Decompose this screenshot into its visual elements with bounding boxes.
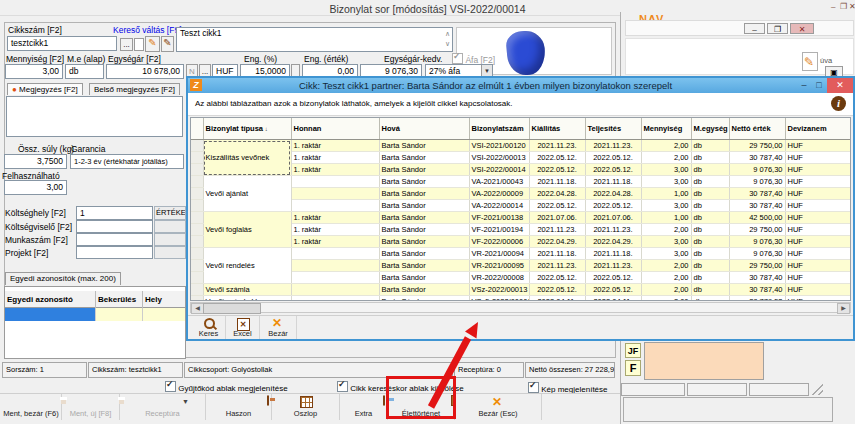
cell-teljesites[interactable]: 2021.11.23. xyxy=(585,260,641,272)
cell-hova[interactable]: Barta Sándor xyxy=(379,140,469,152)
column-header-6[interactable]: Teljesítés xyxy=(585,118,641,140)
cell-netto[interactable]: 29 750,00 xyxy=(729,140,785,152)
cell-hova[interactable]: Barta Sándor xyxy=(379,212,469,224)
cell-deviza[interactable]: HUF xyxy=(785,260,850,272)
cell-szam[interactable]: VA-2021/00043 xyxy=(469,176,529,188)
cell-deviza[interactable]: HUF xyxy=(785,188,850,200)
cell-kiallitas[interactable]: 2021.07.06. xyxy=(529,212,585,224)
cell-deviza[interactable]: HUF xyxy=(785,140,850,152)
cell-mennyiseg[interactable]: 1,00 xyxy=(641,188,691,200)
cell-mennyiseg[interactable]: 3,00 xyxy=(641,236,691,248)
row-selector[interactable] xyxy=(191,260,203,272)
cell-me[interactable]: db xyxy=(691,188,729,200)
cell-me[interactable]: db xyxy=(691,260,729,272)
cell-honnan[interactable]: 1. raktár xyxy=(291,140,379,152)
cell-deviza[interactable]: HUF xyxy=(785,224,850,236)
cell-deviza[interactable]: HUF xyxy=(785,284,850,296)
cell-kiallitas[interactable]: 2021.11.18. xyxy=(529,176,585,188)
ossz-suly-input[interactable]: 3,7500 xyxy=(4,154,67,169)
cell-honnan[interactable]: 1. raktár xyxy=(291,236,379,248)
scroll-right-icon[interactable]: ▶ xyxy=(837,303,850,314)
cell-kiallitas[interactable]: 2022.05.12. xyxy=(529,284,585,296)
ment-uj-button[interactable]: Ment, új [F8] xyxy=(62,394,120,420)
dialog-titlebar[interactable]: Z Cikk: Teszt cikk1 partner: Barta Sándo… xyxy=(188,78,853,93)
column-header-4[interactable]: Bizonylatszám xyxy=(469,118,529,140)
bg-close-icon[interactable]: ✕ xyxy=(790,23,814,34)
garancia-input[interactable]: 1-2-3 év (értékhatár jótállás) xyxy=(70,154,184,169)
bezar-esc-button[interactable]: ✕ Bezár (Esc) xyxy=(455,394,542,420)
row-selector[interactable] xyxy=(191,212,203,224)
cell-teljesites[interactable]: 2021.11.23. xyxy=(585,224,641,236)
dialog-maximize-icon[interactable]: □ xyxy=(812,78,826,93)
cell-deviza[interactable]: HUF xyxy=(785,296,850,302)
extra-button[interactable]: Extra xyxy=(340,394,388,420)
megjegyzes-textarea[interactable] xyxy=(6,96,183,137)
afa-checkbox-box[interactable] xyxy=(452,53,463,64)
scrollbar-thumb[interactable] xyxy=(203,303,261,314)
ment-bezar-button[interactable]: Ment, bezár (F6) xyxy=(1,394,62,420)
column-header-1[interactable]: Bizonylat típusa ↓ xyxy=(203,118,291,140)
cell-netto[interactable]: 30 787,40 xyxy=(729,272,785,284)
row-selector[interactable] xyxy=(191,248,203,260)
table-row[interactable]: Vevői ajánlatBarta SándorVA-2021/0004320… xyxy=(191,176,850,188)
egyedi-col-bekerules[interactable]: Bekerülés xyxy=(98,295,136,304)
cell-kiallitas[interactable]: 2021.11.18. xyxy=(529,248,585,260)
cell-honnan[interactable] xyxy=(291,188,379,200)
cell-mennyiseg[interactable]: 3,00 xyxy=(641,176,691,188)
gyujtokod-checkbox-box[interactable] xyxy=(165,381,176,392)
row-selector[interactable] xyxy=(191,224,203,236)
cell-netto[interactable]: 29 750,00 xyxy=(729,224,785,236)
cell-mennyiseg[interactable]: 2,00 xyxy=(641,140,691,152)
cell-netto[interactable]: 29 750,00 xyxy=(729,260,785,272)
cell-netto[interactable]: 9 076,30 xyxy=(729,164,785,176)
cell-honnan[interactable] xyxy=(291,260,379,272)
cell-me[interactable]: db xyxy=(691,224,729,236)
cell-hova[interactable]: Barta Sándor xyxy=(379,296,469,302)
cell-szam[interactable]: VSI-2021/00120 xyxy=(469,140,529,152)
cell-honnan[interactable] xyxy=(291,176,379,188)
cell-deviza[interactable]: HUF xyxy=(785,236,850,248)
resize-grip[interactable] xyxy=(811,384,823,395)
cell-mennyiseg[interactable]: 3,00 xyxy=(641,248,691,260)
cell-mennyiseg[interactable]: 2,00 xyxy=(641,224,691,236)
horizontal-scrollbar[interactable]: ◀ ▶ xyxy=(190,302,851,313)
cell-honnan[interactable] xyxy=(291,248,379,260)
cell-honnan[interactable]: 1. raktár xyxy=(291,152,379,164)
cell-kiallitas[interactable]: 2022.05.12. xyxy=(529,152,585,164)
cell-me[interactable]: db xyxy=(691,296,729,302)
cell-teljesites[interactable]: 2021.11.18. xyxy=(585,248,641,260)
cell-mennyiseg[interactable]: 2,00 xyxy=(641,296,691,302)
cell-mennyiseg[interactable]: 3,00 xyxy=(641,164,691,176)
group-cell[interactable]: Kiszállítás vevőnek xyxy=(203,140,291,176)
cell-me[interactable]: db xyxy=(691,236,729,248)
cell-netto[interactable]: 9 076,30 xyxy=(729,236,785,248)
table-row[interactable]: Vevői számlaBarta SándorVSz-2022/0001320… xyxy=(191,284,850,296)
column-header-0[interactable] xyxy=(191,118,203,140)
kep-checkbox-box[interactable] xyxy=(528,382,539,393)
pencil-icon[interactable]: ✎ xyxy=(161,36,174,52)
haszon-button[interactable]: Haszon xyxy=(206,394,272,420)
cell-kiallitas[interactable]: 2022.04.11. xyxy=(529,296,585,302)
cell-hova[interactable]: Barta Sándor xyxy=(379,164,469,176)
cell-netto[interactable]: 30 787,40 xyxy=(729,152,785,164)
receptura-dropdown-icon[interactable]: ▼ xyxy=(182,398,189,405)
koltsegviselo-input[interactable] xyxy=(76,220,153,233)
oszlop-button[interactable]: Oszlop xyxy=(272,394,340,420)
cell-mennyiseg[interactable]: 2,00 xyxy=(641,152,691,164)
cell-hova[interactable]: Barta Sándor xyxy=(379,236,469,248)
cell-szam[interactable]: VR-2021/00095 xyxy=(469,260,529,272)
table-row[interactable]: Kiszállítás vevőnek1. raktárBarta Sándor… xyxy=(191,140,850,152)
cell-teljesites[interactable]: 2021.11.23. xyxy=(585,140,641,152)
cell-kiallitas[interactable]: 2022.05.12. xyxy=(529,164,585,176)
cikknev-textarea[interactable]: Teszt cikk1 ∧ ∨ xyxy=(176,27,453,52)
cell-me[interactable]: db xyxy=(691,176,729,188)
cikkszam-input[interactable]: tesztcikk1 xyxy=(7,36,117,51)
cell-teljesites[interactable]: 2022.04.29. xyxy=(585,236,641,248)
cell-hova[interactable]: Barta Sándor xyxy=(379,248,469,260)
row-selector[interactable] xyxy=(191,284,203,296)
cell-netto[interactable]: 9 076,30 xyxy=(729,176,785,188)
dialog-minimize-icon[interactable]: – xyxy=(797,78,811,93)
cell-teljesites[interactable]: 2022.05.12. xyxy=(585,272,641,284)
cell-szam[interactable]: VSI-2022/00014 xyxy=(469,164,529,176)
cell-hova[interactable]: Barta Sándor xyxy=(379,200,469,212)
